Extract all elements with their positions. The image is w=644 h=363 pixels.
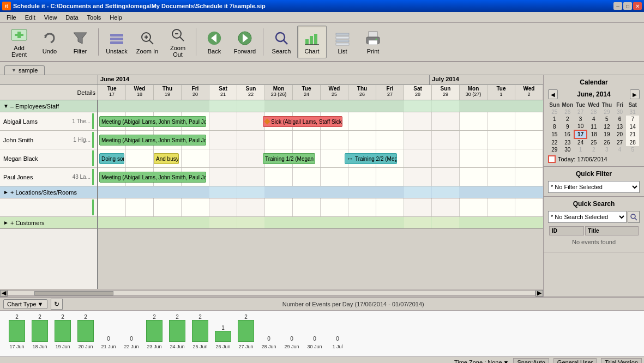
snap-status: Snap:Auto xyxy=(513,358,549,364)
event-1-0[interactable]: Meeting (Abigail Lams, John Smith, Paul … xyxy=(99,135,206,146)
mini-cal-day[interactable]: 26 xyxy=(561,108,574,116)
mini-cal-day[interactable]: 16 xyxy=(561,130,574,138)
mini-cal-day[interactable]: 25 xyxy=(587,138,600,146)
menu-file[interactable]: File xyxy=(2,13,21,22)
mini-cal-day[interactable]: 1 xyxy=(574,146,587,153)
mini-cal-prev[interactable]: ◀ xyxy=(548,89,558,99)
mini-cal-day[interactable]: 14 xyxy=(626,123,639,130)
mini-cal-day[interactable]: 5 xyxy=(626,146,639,153)
mini-cal-day[interactable]: 10 xyxy=(574,123,587,130)
event-2-9[interactable]: ↔Training 2/2 (Mega xyxy=(345,153,397,164)
mini-cal-day[interactable]: 12 xyxy=(600,123,613,130)
mini-cal-day[interactable]: 6 xyxy=(613,116,627,123)
mini-cal-day[interactable]: 26 xyxy=(600,138,613,146)
section-customers[interactable]: ►+ Customers xyxy=(0,217,97,229)
mini-cal-day[interactable]: 28 xyxy=(626,138,639,146)
close-button[interactable]: ✕ xyxy=(633,2,642,10)
zoom-in-button[interactable]: Zoom In xyxy=(133,26,162,58)
menu-help[interactable]: Help xyxy=(105,13,127,22)
tab-sample[interactable]: ▼ sample xyxy=(4,65,45,75)
search-button[interactable]: Search xyxy=(267,26,296,58)
mini-cal-day[interactable]: 1 xyxy=(548,116,561,123)
event-2-2[interactable]: And busy he xyxy=(154,153,179,164)
chart-bar-group: 2 xyxy=(5,314,28,342)
forward-button[interactable]: Forward xyxy=(230,26,260,58)
h-scrollbar[interactable]: ◀ ▶ xyxy=(0,289,543,297)
event-0-0[interactable]: Meeting (Abigail Lams, John Smith, Paul … xyxy=(99,116,206,127)
event-0-6[interactable]: Sick (Abigail Lams, Staff Sickne xyxy=(263,116,342,127)
minimize-button[interactable]: – xyxy=(613,2,622,10)
event-2-6[interactable]: Training 1/2 (Megan xyxy=(263,153,315,164)
day-header-18: Wed18 xyxy=(126,85,154,100)
quick-filter-section: Quick Filter * No Filter Selected xyxy=(544,167,644,197)
mini-cal-day[interactable]: 30 xyxy=(613,108,627,116)
scroll-right-btn[interactable]: ▶ xyxy=(535,290,543,297)
mini-cal-day[interactable]: 23 xyxy=(561,138,574,146)
calendar-grid: Meeting (Abigail Lams, John Smith, Paul … xyxy=(98,100,543,289)
maximize-button[interactable]: □ xyxy=(623,2,632,10)
day-header-21: Sat21 xyxy=(209,85,237,100)
add-event-button[interactable]: Add Event xyxy=(4,26,34,58)
mini-cal-next[interactable]: ▶ xyxy=(630,89,640,99)
unstack-button[interactable]: Unstack xyxy=(102,26,131,58)
list-button[interactable]: List xyxy=(328,26,357,58)
scroll-left-btn[interactable]: ◀ xyxy=(0,290,8,297)
h-scroll-thumb[interactable] xyxy=(34,291,113,295)
menu-bar: File Edit View Data Tools Help xyxy=(0,12,644,23)
quick-search-select[interactable]: * No Search Selected xyxy=(548,211,627,223)
mini-cal-day[interactable]: 31 xyxy=(626,108,639,116)
back-button[interactable]: Back xyxy=(200,26,229,58)
mini-cal-day[interactable]: 29 xyxy=(548,146,561,153)
undo-button[interactable]: Undo xyxy=(35,26,64,58)
mini-cal-day[interactable]: 21 xyxy=(626,130,639,138)
mini-cal-day[interactable]: 9 xyxy=(561,123,574,130)
mini-cal-day[interactable]: 18 xyxy=(587,130,600,138)
mini-cal-day[interactable]: 3 xyxy=(600,146,613,153)
chart-type-button[interactable]: Chart Type ▼ xyxy=(3,299,47,309)
mini-cal-day[interactable]: 22 xyxy=(548,138,561,146)
mini-cal-day[interactable]: 4 xyxy=(613,146,627,153)
mini-cal-day[interactable]: 25 xyxy=(548,108,561,116)
menu-view[interactable]: View xyxy=(40,13,62,22)
print-button[interactable]: Print xyxy=(358,26,388,58)
h-scroll-track[interactable] xyxy=(8,291,535,296)
menu-tools[interactable]: Tools xyxy=(83,13,106,22)
mini-cal-day[interactable]: 17 xyxy=(574,130,587,138)
mini-cal-day[interactable]: 11 xyxy=(587,123,600,130)
event-3-0[interactable]: Meeting (Abigail Lams, John Smith, Paul … xyxy=(99,172,206,183)
menu-data[interactable]: Data xyxy=(61,13,82,22)
mini-cal-day[interactable]: 28 xyxy=(587,108,600,116)
section-locations[interactable]: ►+ Locations/Sites/Rooms xyxy=(0,186,97,198)
month-july-label: July 2014 xyxy=(430,75,543,84)
mini-cal-day[interactable]: 8 xyxy=(548,123,561,130)
mini-cal-day[interactable]: 24 xyxy=(574,138,587,146)
mini-cal-day[interactable]: 15 xyxy=(548,130,561,138)
mini-cal-day[interactable]: 7 xyxy=(626,116,639,123)
mini-cal-day[interactable]: 27 xyxy=(613,138,627,146)
unstack-label: Unstack xyxy=(106,48,128,55)
section-employees[interactable]: ▼– Employees/Staff xyxy=(0,100,97,112)
quick-filter-select[interactable]: * No Filter Selected xyxy=(548,181,640,193)
mini-cal-day[interactable]: 20 xyxy=(613,130,627,138)
event-2-0[interactable]: Doing someth xyxy=(99,153,124,164)
quick-search-button[interactable] xyxy=(628,211,640,223)
chart-bar-group: 2 xyxy=(74,314,97,342)
mini-cal-day[interactable]: 30 xyxy=(561,146,574,153)
mini-cal-day[interactable]: 19 xyxy=(600,130,613,138)
zoom-out-button[interactable]: Zoom Out xyxy=(163,26,192,58)
mini-cal-day[interactable]: 27 xyxy=(574,108,587,116)
chart-button[interactable]: Chart xyxy=(297,26,327,58)
mini-cal-day[interactable]: 29 xyxy=(600,108,613,116)
filter-button[interactable]: Filter xyxy=(65,26,95,58)
chart-refresh-button[interactable]: ↻ xyxy=(51,299,63,310)
mini-cal-day[interactable]: 4 xyxy=(587,116,600,123)
mini-cal-day[interactable]: 2 xyxy=(587,146,600,153)
mini-cal-day[interactable]: 5 xyxy=(600,116,613,123)
mini-cal-grid: SunMonTueWedThuFriSat 252627282930311234… xyxy=(548,101,640,153)
mini-cal-day[interactable]: 13 xyxy=(613,123,627,130)
qs-col-title: Title xyxy=(585,226,639,235)
menu-edit[interactable]: Edit xyxy=(21,13,40,22)
quick-search-row: * No Search Selected xyxy=(548,211,640,223)
mini-cal-day[interactable]: 2 xyxy=(561,116,574,123)
mini-cal-day[interactable]: 3 xyxy=(574,116,587,123)
